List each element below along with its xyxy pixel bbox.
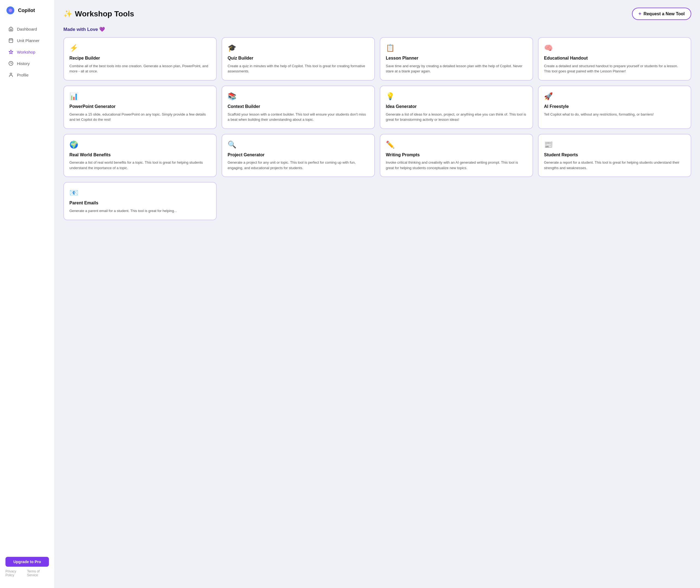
sidebar-item-label: Dashboard bbox=[17, 27, 37, 31]
tool-icon: 🚀 bbox=[544, 92, 685, 101]
home-icon bbox=[8, 26, 14, 32]
sidebar-footer: Upgrade to Pro Privacy Policy Terms of S… bbox=[0, 551, 54, 583]
tool-card-powerpoint-generator[interactable]: 📊 PowerPoint Generator Generate a 15 sli… bbox=[63, 86, 217, 129]
page-title: ✨ Workshop Tools bbox=[63, 10, 134, 18]
clock-icon bbox=[8, 61, 14, 66]
tool-name: Writing Prompts bbox=[386, 152, 527, 158]
privacy-link[interactable]: Privacy Policy bbox=[5, 569, 24, 577]
tool-card-educational-handout[interactable]: 🧠 Educational Handout Create a detailed … bbox=[538, 37, 691, 81]
logo: Copilot bbox=[0, 5, 54, 23]
tool-name: PowerPoint Generator bbox=[69, 104, 211, 110]
calendar-icon bbox=[8, 38, 14, 43]
copilot-logo-icon bbox=[5, 5, 15, 15]
tool-card-recipe-builder[interactable]: ⚡ Recipe Builder Combine all of the best… bbox=[63, 37, 217, 81]
sidebar-item-label: Unit Planner bbox=[17, 38, 40, 43]
tool-desc: Scaffold your lesson with a context buil… bbox=[228, 112, 369, 122]
tool-icon: 📊 bbox=[69, 92, 211, 101]
tool-card-writing-prompts[interactable]: ✏️ Writing Prompts Invoke critical think… bbox=[380, 134, 533, 177]
tool-desc: Invoke critical thinking and creativity … bbox=[386, 160, 527, 170]
tool-name: Recipe Builder bbox=[69, 55, 211, 61]
tool-name: Idea Generator bbox=[386, 104, 527, 110]
plus-icon: + bbox=[639, 11, 642, 17]
tools-grid: ⚡ Recipe Builder Combine all of the best… bbox=[63, 37, 691, 220]
sidebar-item-label: Workshop bbox=[17, 50, 35, 54]
tool-desc: Generate a parent email for a student. T… bbox=[69, 208, 211, 214]
tool-desc: Generate a list of ideas for a lesson, p… bbox=[386, 112, 527, 122]
sidebar-item-label: Profile bbox=[17, 73, 29, 77]
tool-card-context-builder[interactable]: 📚 Context Builder Scaffold your lesson w… bbox=[222, 86, 375, 129]
svg-point-5 bbox=[10, 73, 12, 75]
tool-icon: ⚡ bbox=[69, 44, 211, 52]
tool-desc: Tell Copilot what to do, without any res… bbox=[544, 112, 685, 117]
main-content: ✨ Workshop Tools + Request a New Tool Ma… bbox=[55, 0, 700, 588]
tool-desc: Combine all of the best tools into one c… bbox=[69, 63, 211, 74]
tool-icon: 💡 bbox=[386, 92, 527, 101]
tool-icon: 📧 bbox=[69, 189, 211, 197]
request-new-tool-button[interactable]: + Request a New Tool bbox=[632, 8, 691, 20]
tool-card-real-world-benefits[interactable]: 🌍 Real World Benefits Generate a list of… bbox=[63, 134, 217, 177]
tool-icon: ✏️ bbox=[386, 140, 527, 149]
tool-name: Parent Emails bbox=[69, 200, 211, 206]
tool-card-parent-emails[interactable]: 📧 Parent Emails Generate a parent email … bbox=[63, 182, 217, 220]
tool-name: Student Reports bbox=[544, 152, 685, 158]
tool-name: AI Freestyle bbox=[544, 104, 685, 110]
tool-card-ai-freestyle[interactable]: 🚀 AI Freestyle Tell Copilot what to do, … bbox=[538, 86, 691, 129]
tool-desc: Generate a list of real world benefits f… bbox=[69, 160, 211, 170]
user-icon bbox=[8, 72, 14, 78]
footer-links: Privacy Policy Terms of Service bbox=[5, 569, 49, 577]
tool-name: Educational Handout bbox=[544, 55, 685, 61]
title-icon: ✨ bbox=[63, 10, 72, 18]
tool-name: Context Builder bbox=[228, 104, 369, 110]
sidebar-item-label: History bbox=[17, 61, 30, 66]
tool-desc: Save time and energy by creating a detai… bbox=[386, 63, 527, 74]
tool-desc: Generate a report for a student. This to… bbox=[544, 160, 685, 170]
tool-icon: 📚 bbox=[228, 92, 369, 101]
tool-desc: Create a detailed and structured handout… bbox=[544, 63, 685, 74]
tool-icon: 🌍 bbox=[69, 140, 211, 149]
terms-link[interactable]: Terms of Service bbox=[27, 569, 49, 577]
tool-name: Quiz Builder bbox=[228, 55, 369, 61]
sidebar-item-workshop[interactable]: Workshop bbox=[3, 46, 52, 57]
tool-desc: Generate a 15 slide, educational PowerPo… bbox=[69, 112, 211, 122]
main-header: ✨ Workshop Tools + Request a New Tool bbox=[63, 8, 691, 20]
tool-name: Project Generator bbox=[228, 152, 369, 158]
section-label: Made with Love 💜 bbox=[63, 27, 691, 32]
tool-icon: 🔍 bbox=[228, 140, 369, 149]
sidebar-item-history[interactable]: History bbox=[3, 58, 52, 69]
tool-icon: 📋 bbox=[386, 44, 527, 52]
tool-icon: 📰 bbox=[544, 140, 685, 149]
tool-name: Real World Benefits bbox=[69, 152, 211, 158]
tool-desc: Create a quiz in minutes with the help o… bbox=[228, 63, 369, 74]
sidebar-item-profile[interactable]: Profile bbox=[3, 69, 52, 80]
sidebar: Copilot Dashboard Unit Planner Workshop … bbox=[0, 0, 55, 588]
tool-name: Lesson Planner bbox=[386, 55, 527, 61]
svg-rect-0 bbox=[9, 39, 13, 43]
sidebar-item-dashboard[interactable]: Dashboard bbox=[3, 23, 52, 34]
logo-text: Copilot bbox=[18, 8, 35, 13]
tool-card-idea-generator[interactable]: 💡 Idea Generator Generate a list of idea… bbox=[380, 86, 533, 129]
upgrade-button[interactable]: Upgrade to Pro bbox=[5, 557, 49, 567]
tool-desc: Generate a project for any unit or topic… bbox=[228, 160, 369, 170]
tool-card-lesson-planner[interactable]: 📋 Lesson Planner Save time and energy by… bbox=[380, 37, 533, 81]
tool-card-student-reports[interactable]: 📰 Student Reports Generate a report for … bbox=[538, 134, 691, 177]
tool-card-quiz-builder[interactable]: 🎓 Quiz Builder Create a quiz in minutes … bbox=[222, 37, 375, 81]
tool-icon: 🧠 bbox=[544, 44, 685, 52]
tool-icon: 🎓 bbox=[228, 44, 369, 52]
tool-card-project-generator[interactable]: 🔍 Project Generator Generate a project f… bbox=[222, 134, 375, 177]
sparkles-icon bbox=[8, 49, 14, 55]
sidebar-item-unit-planner[interactable]: Unit Planner bbox=[3, 35, 52, 46]
